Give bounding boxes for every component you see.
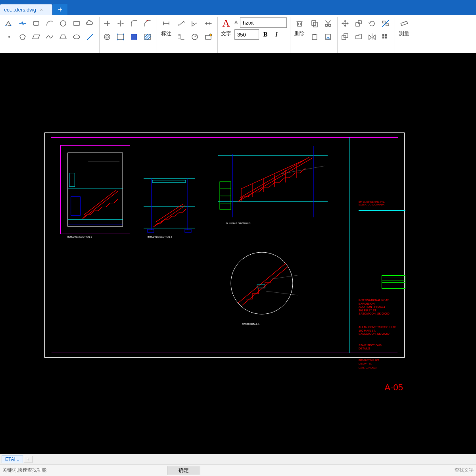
- align-tool[interactable]: [380, 17, 392, 29]
- svg-rect-55: [382, 21, 385, 23]
- section-2-caption: BUILDING SECTION 2: [148, 236, 172, 238]
- paste-button[interactable]: [309, 31, 321, 43]
- tb-meta3: DATE: JAN 2023: [359, 367, 405, 369]
- copy-button[interactable]: [309, 17, 321, 29]
- document-tab-label: ect...ders.dwg: [4, 7, 36, 13]
- svg-point-5: [8, 36, 10, 38]
- find-text-label[interactable]: 查找文字: [455, 467, 474, 474]
- svg-line-82: [155, 204, 183, 222]
- break-line-tool[interactable]: [17, 17, 29, 29]
- cut-button[interactable]: [322, 17, 334, 29]
- svg-rect-40: [298, 22, 301, 26]
- detail-4-caption: STAIR DETAIL 1: [242, 323, 259, 325]
- italic-button[interactable]: I: [272, 30, 281, 39]
- dimension-radius-tool[interactable]: [189, 31, 201, 43]
- tb-company: SM ENGINEERING INC. SASKATOON, CANADA: [359, 201, 405, 206]
- move-tool[interactable]: [339, 17, 351, 29]
- font-name-input[interactable]: [240, 17, 287, 28]
- spline-tool[interactable]: [44, 31, 56, 43]
- stretch-tool[interactable]: [353, 31, 365, 43]
- polygon-tool[interactable]: [17, 31, 29, 43]
- svg-point-9: [73, 35, 80, 39]
- dimension-angular-tool[interactable]: [189, 17, 201, 29]
- svg-line-99: [241, 159, 305, 189]
- circle-tool[interactable]: [57, 17, 69, 29]
- fillet-tool[interactable]: [128, 17, 140, 29]
- svg-point-15: [104, 34, 110, 40]
- dimension-ordinate-tool[interactable]: XY: [175, 31, 187, 43]
- ellipse-tool[interactable]: [71, 31, 83, 43]
- dimension-linear-tool[interactable]: [160, 17, 172, 29]
- status-hint: 关键词,快速查找功能: [2, 467, 46, 474]
- svg-rect-73: [69, 173, 75, 186]
- delete-button[interactable]: [294, 17, 305, 29]
- parallelogram-tool[interactable]: [30, 31, 42, 43]
- trapezoid-tool[interactable]: [57, 31, 69, 43]
- svg-point-3: [60, 21, 66, 26]
- svg-rect-2: [33, 21, 39, 25]
- svg-point-20: [117, 39, 119, 40]
- svg-point-1: [10, 25, 12, 26]
- rotate-tool[interactable]: [366, 17, 378, 29]
- rectangle-round-tool[interactable]: [30, 17, 42, 29]
- status-bar: 关键词,快速查找功能 确定 查找文字: [0, 464, 476, 476]
- svg-line-37: [195, 35, 197, 37]
- boundary-tool[interactable]: [115, 31, 127, 43]
- svg-marker-7: [33, 35, 40, 39]
- arc-tool[interactable]: [44, 17, 56, 29]
- point-tool[interactable]: [3, 31, 15, 43]
- svg-rect-84: [185, 229, 191, 232]
- add-layout-button[interactable]: +: [24, 456, 33, 463]
- layout-tabbar: ETAI... +: [0, 454, 476, 464]
- drawing-canvas[interactable]: BUILDING SECTION 1 BUILDING SECTION 2: [0, 53, 476, 454]
- gradient-tool[interactable]: [142, 31, 154, 43]
- new-tab-button[interactable]: +: [53, 4, 67, 15]
- mirror-tool[interactable]: [366, 31, 378, 43]
- svg-rect-44: [312, 21, 316, 25]
- dimension-style-tool[interactable]: [202, 31, 214, 43]
- chamfer-tool[interactable]: [142, 17, 154, 29]
- dimension-continue-tool[interactable]: [202, 17, 214, 29]
- text-size-input[interactable]: [234, 29, 259, 40]
- svg-rect-83: [148, 229, 154, 232]
- svg-rect-67: [385, 36, 387, 38]
- hatch-tool[interactable]: [128, 31, 140, 43]
- array-tool[interactable]: [380, 31, 392, 43]
- measure-tool[interactable]: [398, 17, 410, 29]
- donut-tool[interactable]: [101, 31, 113, 43]
- layout-tab[interactable]: ETAI...: [2, 455, 23, 463]
- ribbon-toolbar: 标注 XY A 文字: [0, 15, 476, 53]
- polyline-tool[interactable]: [3, 17, 15, 29]
- svg-rect-50: [312, 34, 317, 40]
- line-tool[interactable]: [84, 31, 96, 43]
- confirm-button[interactable]: 确定: [167, 466, 200, 475]
- svg-marker-6: [20, 34, 25, 39]
- svg-rect-66: [382, 36, 384, 38]
- scale-tool[interactable]: [353, 17, 365, 29]
- svg-rect-68: [401, 21, 407, 25]
- svg-rect-17: [118, 34, 123, 40]
- document-tabbar: ect...ders.dwg × +: [0, 0, 476, 15]
- extend-tool[interactable]: [115, 17, 127, 29]
- cloud-tool[interactable]: [84, 17, 96, 29]
- svg-rect-45: [313, 22, 317, 27]
- paste-special-button[interactable]: [322, 31, 334, 43]
- document-tab[interactable]: ect...ders.dwg ×: [0, 4, 52, 15]
- measure-label: 测量: [399, 30, 409, 37]
- rectangle-tool[interactable]: [71, 17, 83, 29]
- dimension-aligned-tool[interactable]: [175, 17, 187, 29]
- trim-tool[interactable]: [101, 17, 113, 29]
- section-2: [140, 171, 199, 234]
- svg-line-30: [179, 21, 184, 25]
- svg-rect-22: [131, 34, 137, 40]
- revision-schedule: [382, 275, 405, 289]
- svg-marker-8: [60, 35, 66, 39]
- bold-button[interactable]: B: [261, 30, 270, 39]
- svg-point-39: [209, 34, 212, 36]
- text-group: A 文字 A̶ B I: [218, 17, 290, 53]
- text-tool-icon[interactable]: A: [223, 17, 230, 29]
- close-tab-icon[interactable]: ×: [40, 7, 43, 13]
- offset-tool[interactable]: [339, 31, 351, 43]
- svg-rect-4: [74, 21, 79, 25]
- section-1: [60, 145, 130, 234]
